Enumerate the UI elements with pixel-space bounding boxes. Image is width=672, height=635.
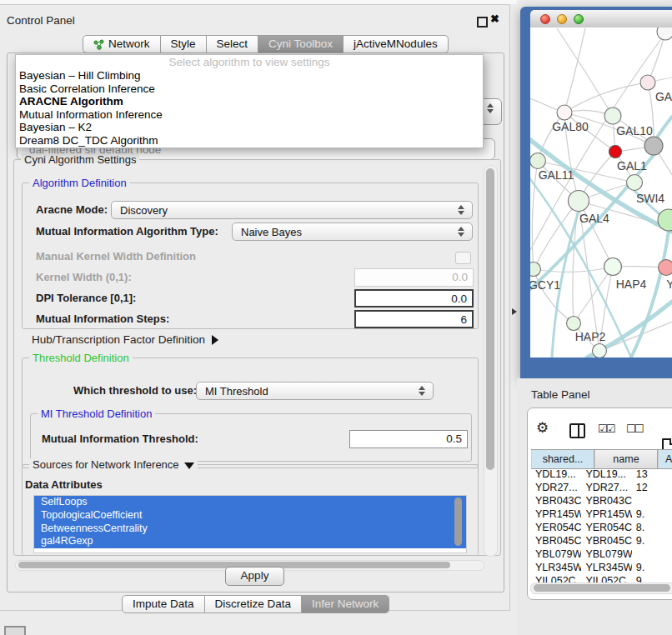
network-edge bbox=[530, 98, 557, 110]
attribute-item-selfloops[interactable]: SelfLoops bbox=[34, 496, 466, 509]
attribute-list-scrollbar[interactable] bbox=[454, 498, 462, 546]
dpi-tolerance-field[interactable]: 0.0 bbox=[354, 289, 474, 308]
tab-label: Impute Data bbox=[133, 595, 194, 613]
column-header-shared[interactable]: shared... bbox=[531, 450, 594, 468]
attribute-item-topologicalcoefficient[interactable]: TopologicalCoefficient bbox=[34, 509, 466, 522]
columns-icon[interactable] bbox=[569, 423, 585, 438]
network-node-y[interactable] bbox=[659, 260, 672, 276]
network-node-gal[interactable] bbox=[640, 75, 655, 90]
tab-infer-network[interactable]: Infer Network bbox=[302, 595, 389, 613]
table-cell: YLR345W bbox=[581, 561, 631, 574]
network-edge bbox=[564, 82, 648, 112]
network-window-titlebar[interactable] bbox=[530, 10, 672, 28]
gear-icon[interactable]: ⚙ bbox=[536, 420, 549, 437]
manual-kernel-checkbox[interactable] bbox=[455, 252, 471, 264]
float-window-icon[interactable] bbox=[477, 17, 488, 28]
table-row[interactable]: YBL079WYBL079W bbox=[531, 548, 672, 561]
combo-stepper-icon bbox=[454, 205, 472, 215]
node-label-gal10: GAL10 bbox=[616, 124, 653, 138]
select-all-columns-icon[interactable]: ☑☑ bbox=[598, 421, 614, 438]
table-row[interactable]: YLR345WYLR345W9. bbox=[531, 561, 672, 574]
network-node-gal11[interactable] bbox=[530, 153, 546, 169]
table-row[interactable]: YBR045CYBR045C9. bbox=[531, 534, 672, 548]
table-cell: 9. bbox=[632, 561, 672, 574]
kernel-width-field[interactable]: 0.0 bbox=[354, 268, 474, 287]
algorithm-option-bayesian-k2[interactable]: Bayesian – K2 bbox=[16, 121, 483, 134]
algorithm-option-mutual-information-inference[interactable]: Mutual Information Inference bbox=[16, 108, 483, 122]
network-view-window[interactable]: GALGAL80GAL10GAL1GAL11SWI4GAL4GCY1HAP4YH… bbox=[520, 7, 672, 378]
network-canvas[interactable]: GALGAL80GAL10GAL1GAL11SWI4GAL4GCY1HAP4YH… bbox=[530, 28, 672, 358]
node-label-y: Y bbox=[666, 278, 672, 291]
mi-steps-field[interactable]: 6 bbox=[354, 310, 474, 328]
table-cell: YER054C bbox=[581, 521, 631, 534]
table-cell: YDL19... bbox=[531, 468, 581, 481]
network-node-gal4[interactable] bbox=[569, 191, 589, 212]
network-node[interactable] bbox=[644, 137, 663, 155]
close-light-icon[interactable] bbox=[540, 14, 550, 24]
apply-button[interactable]: Apply bbox=[225, 567, 284, 586]
table-row[interactable]: YPR145WYPR145W9. bbox=[531, 508, 672, 521]
column-header-a[interactable]: A bbox=[658, 450, 672, 468]
node-label-gcy1: GCY1 bbox=[530, 278, 560, 292]
table-cell: YIL052C bbox=[581, 574, 631, 582]
algorithm-option-aracne-algorithm[interactable]: ARACNE Algorithm bbox=[16, 95, 483, 108]
tab-select[interactable]: Select bbox=[207, 35, 259, 53]
network-node-gcy1[interactable] bbox=[530, 262, 541, 277]
table-panel-title: Table Panel bbox=[531, 388, 590, 401]
network-node-hap4[interactable] bbox=[604, 258, 622, 276]
mi-type-value: Naive Bayes bbox=[233, 226, 454, 238]
table-cell: 9. bbox=[632, 574, 672, 582]
network-node[interactable] bbox=[593, 344, 607, 358]
table-row[interactable]: YER054CYER054C8. bbox=[531, 521, 672, 534]
algorithm-option-dream8-dc-tdc-algorithm[interactable]: Dream8 DC_TDC Algorithm bbox=[16, 134, 483, 148]
mi-type-combobox[interactable]: Naive Bayes bbox=[232, 222, 473, 241]
tab-label: jActiveMNodules bbox=[354, 35, 438, 53]
algorithm-option-bayesian-hill-climbing[interactable]: Bayesian – Hill Climbing bbox=[16, 69, 483, 82]
table-row[interactable]: YDL19...YDL19...13 bbox=[531, 468, 672, 481]
network-node-hap2[interactable] bbox=[567, 317, 581, 331]
panel-splitter-arrow-icon[interactable] bbox=[512, 308, 517, 315]
deselect-all-columns-icon[interactable]: ☐☐ bbox=[626, 421, 642, 438]
tab-discretize-data[interactable]: Discretize Data bbox=[205, 595, 303, 613]
manual-kernel-label: Manual Kernel Width Definition bbox=[36, 248, 196, 265]
minimize-light-icon[interactable] bbox=[557, 14, 567, 24]
settings-vertical-scrollbar[interactable] bbox=[484, 165, 498, 557]
tab-impute-data[interactable]: Impute Data bbox=[122, 595, 205, 613]
zoom-light-icon[interactable] bbox=[574, 14, 584, 24]
aracne-mode-combobox[interactable]: Discovery bbox=[111, 201, 473, 219]
table-cell: 9. bbox=[632, 508, 672, 521]
attribute-item-gal4rgexp[interactable]: gal4RGexp bbox=[34, 535, 466, 548]
table-row[interactable]: YBR043CYBR043C bbox=[531, 494, 672, 508]
node-label-gal11: GAL11 bbox=[539, 168, 574, 182]
network-node-swi4[interactable] bbox=[627, 175, 643, 191]
table-row[interactable]: YDR27...YDR27...12 bbox=[531, 481, 672, 494]
close-icon[interactable]: ✖ bbox=[490, 12, 499, 25]
algorithm-option-basic-correlation-inference[interactable]: Basic Correlation Inference bbox=[16, 82, 483, 96]
table-cell: YER054C bbox=[531, 521, 581, 534]
tab-cyni-toolbox[interactable]: Cyni Toolbox bbox=[258, 35, 344, 53]
network-node-gal1[interactable] bbox=[609, 146, 622, 158]
tab-jactivemnodules[interactable]: jActiveMNodules bbox=[344, 35, 449, 53]
column-header-name[interactable]: name bbox=[594, 450, 658, 468]
mi-threshold-field[interactable]: 0.5 bbox=[349, 430, 468, 448]
tab-network[interactable]: Network bbox=[83, 35, 161, 53]
docked-panel-icon[interactable] bbox=[4, 626, 26, 635]
threshold-definition-title: Threshold Definition bbox=[29, 352, 133, 364]
combo-stepper-icon bbox=[414, 386, 433, 396]
combo-stepper-icon bbox=[454, 227, 472, 237]
table-cell: 12 bbox=[632, 481, 672, 494]
attribute-item-betweennesscentrality[interactable]: BetweennessCentrality bbox=[34, 522, 466, 536]
table-cell: YBR045C bbox=[581, 534, 631, 548]
network-edge bbox=[564, 28, 585, 112]
network-node-gal80[interactable] bbox=[557, 105, 572, 120]
tab-style[interactable]: Style bbox=[161, 35, 207, 53]
network-node[interactable] bbox=[657, 28, 672, 40]
algorithm-definition-title: Algorithm Definition bbox=[29, 177, 130, 189]
window-title: Control Panel bbox=[7, 14, 75, 27]
network-node-gal10[interactable] bbox=[604, 108, 621, 124]
table-horizontal-scrollbar[interactable] bbox=[530, 582, 672, 594]
which-threshold-combobox[interactable]: MI Threshold bbox=[196, 382, 434, 400]
hub-definition-toggle[interactable]: Hub/Transcription Factor Definition bbox=[32, 332, 218, 348]
table-row[interactable]: YIL052CYIL052C9. bbox=[531, 574, 672, 582]
tab-label: Network bbox=[108, 35, 150, 53]
